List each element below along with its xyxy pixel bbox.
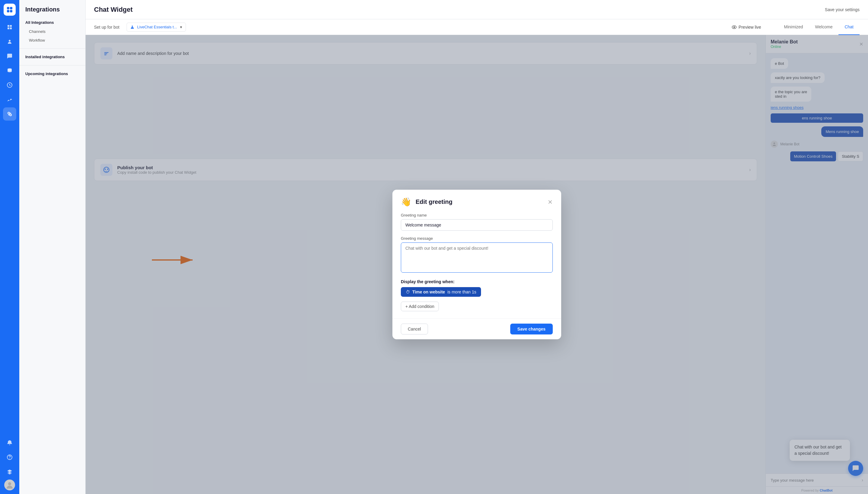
nav-workflow[interactable]: Workflow: [19, 36, 85, 45]
nav-divider-2: [19, 65, 85, 65]
sidebar: [0, 0, 19, 494]
left-nav-title: Integrations: [19, 6, 85, 18]
academy-icon[interactable]: [3, 465, 16, 478]
help-icon[interactable]: [3, 451, 16, 464]
save-changes-button[interactable]: Save changes: [510, 324, 553, 335]
contacts-icon[interactable]: [3, 35, 16, 48]
modal-title: Edit greeting: [416, 198, 544, 205]
tab-minimized[interactable]: Minimized: [778, 19, 809, 35]
svg-point-14: [132, 26, 133, 27]
svg-rect-2: [7, 10, 9, 12]
analytics-icon[interactable]: [3, 93, 16, 106]
cancel-button[interactable]: Cancel: [401, 324, 428, 335]
svg-point-9: [10, 113, 11, 114]
content-area: Add name and description for your bot › …: [85, 35, 868, 494]
condition-tag[interactable]: ⏱ Time on website is more than 1s: [401, 287, 481, 297]
greeting-name-input[interactable]: [401, 219, 553, 231]
greeting-message-label: Greeting message: [401, 236, 553, 241]
modal-overlay: 👋 Edit greeting ✕ Greeting name Greeting…: [85, 35, 868, 494]
main-content: Chat Widget Save your settings Set up fo…: [85, 0, 868, 494]
save-settings-link[interactable]: Save your settings: [825, 7, 860, 12]
modal-body: Greeting name Greeting message Display t…: [392, 213, 561, 319]
modal-footer: Cancel Save changes: [392, 319, 561, 339]
setup-label: Set up for bot: [94, 25, 119, 30]
svg-point-13: [8, 482, 11, 485]
bot-selector-icon: [130, 25, 135, 30]
edit-greeting-modal: 👋 Edit greeting ✕ Greeting name Greeting…: [392, 190, 561, 339]
modal-close-button[interactable]: ✕: [548, 199, 553, 205]
modal-header: 👋 Edit greeting ✕: [392, 190, 561, 213]
user-avatar[interactable]: [4, 479, 15, 490]
add-condition-button[interactable]: + Add condition: [401, 302, 439, 311]
svg-rect-1: [10, 7, 12, 10]
app-logo[interactable]: [4, 4, 16, 16]
dashboard-icon[interactable]: [3, 20, 16, 34]
greeting-name-label: Greeting name: [401, 213, 553, 217]
eye-icon: [731, 24, 737, 30]
bot-selector[interactable]: LiveChat Essentials t... ▼: [126, 23, 186, 32]
clock-icon[interactable]: [3, 78, 16, 92]
display-when-label: Display the greeting when:: [401, 279, 553, 284]
svg-point-16: [733, 26, 735, 28]
svg-point-4: [9, 40, 11, 42]
condition-clock-icon: ⏱: [406, 289, 410, 294]
bell-icon[interactable]: [3, 436, 16, 449]
nav-channels[interactable]: Channels: [19, 27, 85, 36]
greeting-icon: 👋: [401, 197, 411, 207]
chat-icon[interactable]: [3, 50, 16, 63]
tab-welcome[interactable]: Welcome: [809, 19, 839, 35]
bot-selector-label: LiveChat Essentials t...: [137, 25, 177, 29]
page-title: Chat Widget: [94, 6, 133, 14]
tabs-bar: Minimized Welcome Chat: [778, 19, 860, 35]
condition-bold: Time on website: [412, 289, 445, 294]
svg-point-10: [8, 115, 9, 115]
integrations-icon[interactable]: [3, 107, 16, 121]
greeting-message-group: Greeting message: [401, 236, 553, 274]
condition-detail: is more than 1s: [447, 289, 476, 294]
chevron-down-icon: ▼: [179, 25, 183, 29]
preview-live-label: Preview live: [739, 25, 761, 30]
nav-divider-1: [19, 48, 85, 49]
sub-bar: Set up for bot LiveChat Essentials t... …: [85, 19, 868, 35]
condition-text: Time on website is more than 1s: [412, 289, 476, 294]
nav-all-integrations[interactable]: All Integrations: [19, 18, 85, 27]
database-icon[interactable]: [3, 64, 16, 77]
greeting-message-textarea[interactable]: [401, 243, 553, 273]
left-nav: Integrations All Integrations Channels W…: [19, 0, 85, 494]
svg-rect-0: [7, 7, 9, 10]
svg-point-7: [8, 112, 9, 114]
tab-chat[interactable]: Chat: [839, 19, 860, 35]
nav-upcoming[interactable]: Upcoming integrations: [19, 69, 85, 78]
svg-point-8: [9, 114, 12, 116]
nav-installed[interactable]: Installed integrations: [19, 52, 85, 61]
svg-point-12: [9, 458, 10, 459]
preview-live-button[interactable]: Preview live: [731, 24, 761, 30]
top-bar: Chat Widget Save your settings: [85, 0, 868, 19]
greeting-name-group: Greeting name: [401, 213, 553, 231]
svg-rect-3: [10, 10, 12, 12]
